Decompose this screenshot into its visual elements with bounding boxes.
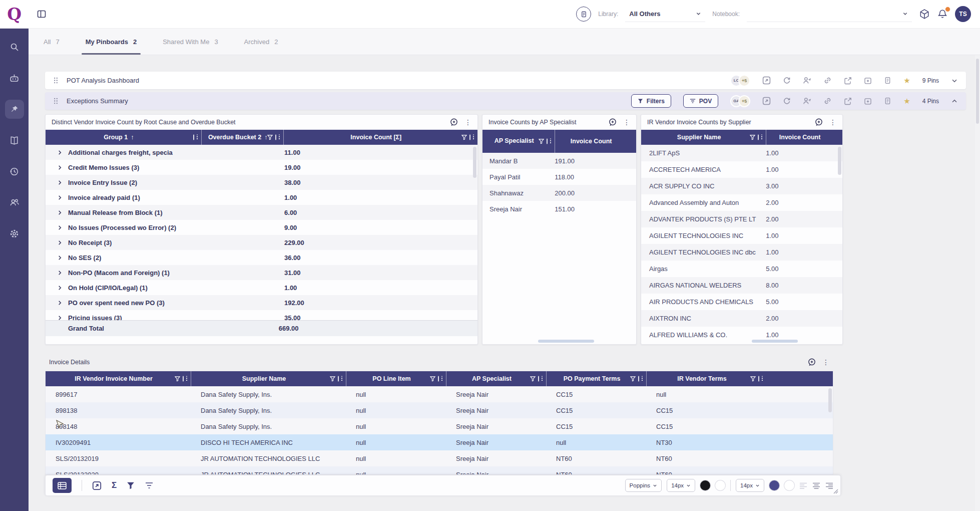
table-row[interactable]: ACR SUPPLY CO INC 3.00 bbox=[641, 178, 842, 194]
edit-export-icon[interactable] bbox=[844, 97, 852, 105]
tab-shared-with-me[interactable]: Shared With Me 3 bbox=[163, 29, 218, 55]
table-row[interactable]: ADVANTEK PRODUCTS (S) PTE LT 2.00 bbox=[641, 211, 842, 227]
table-view-button[interactable] bbox=[53, 478, 72, 493]
text-color-swatch[interactable] bbox=[700, 480, 710, 490]
table-row[interactable]: No Receipt (3) 229.00 bbox=[46, 235, 477, 250]
tab-all[interactable]: All 7 bbox=[44, 29, 60, 55]
align-center-icon[interactable] bbox=[812, 482, 820, 489]
expand-icon[interactable] bbox=[762, 76, 771, 85]
apps-cube-icon[interactable] bbox=[919, 9, 930, 20]
table-row[interactable]: AGILENT TECHNOLOGIES INC dbc 1.00 bbox=[641, 244, 842, 261]
comment-add-icon[interactable] bbox=[608, 118, 617, 127]
user-avatar[interactable]: TS bbox=[955, 6, 971, 22]
table-row[interactable]: Invoice Entry Issue (2) 38.00 bbox=[46, 175, 477, 190]
table-row[interactable]: 898148 Dana Safety Supply, Ins. null Sre… bbox=[46, 418, 833, 434]
font-family-select[interactable]: Poppins bbox=[625, 479, 662, 492]
pinboard-row-exceptions-summary[interactable]: Exceptions Summary Filters POV GA +5 bbox=[45, 92, 966, 110]
header-color-swatch[interactable] bbox=[769, 480, 779, 490]
library-doc-icon[interactable] bbox=[576, 7, 591, 22]
tab-my-pinboards[interactable]: My Pinboards 2 bbox=[86, 29, 137, 55]
table-row[interactable]: Mandar B 191.00 bbox=[482, 153, 636, 169]
table-row[interactable]: Shahnawaz 200.00 bbox=[482, 185, 636, 201]
table-row[interactable]: Credit Memo Issues (3) 19.00 bbox=[46, 160, 477, 175]
col-header-po-payment-terms[interactable]: PO Payment Terms bbox=[546, 371, 646, 386]
kebab-menu-icon[interactable]: ⋮ bbox=[623, 119, 630, 126]
chevron-up-icon[interactable] bbox=[951, 98, 958, 105]
link-icon[interactable] bbox=[823, 76, 832, 85]
table-row[interactable]: No SES (2) 36.00 bbox=[46, 250, 477, 265]
table-row[interactable]: AIXTRON INC 2.00 bbox=[641, 310, 842, 327]
align-left-icon[interactable] bbox=[799, 482, 807, 489]
vertical-scrollbar[interactable] bbox=[828, 388, 832, 412]
drag-handle-icon[interactable] bbox=[53, 97, 59, 105]
vertical-scrollbar[interactable] bbox=[473, 147, 476, 178]
table-row[interactable]: SLS/20132020 JR AUTOMATION TECHNOLOGIES … bbox=[46, 466, 833, 475]
sidebar-toggle-icon[interactable] bbox=[37, 9, 47, 19]
pov-button[interactable]: POV bbox=[683, 94, 718, 108]
favorite-star-icon[interactable]: ★ bbox=[903, 76, 910, 85]
table-row[interactable]: Sreeja Nair 151.00 bbox=[482, 201, 636, 217]
chevron-down-icon[interactable] bbox=[951, 77, 958, 84]
comment-add-icon[interactable] bbox=[449, 118, 458, 127]
col-header-invoice-count[interactable]: Invoice Count bbox=[555, 130, 636, 153]
col-header-po-line-item[interactable]: PO Line Item bbox=[346, 371, 446, 386]
table-row[interactable]: ALFRED WILLIAMS & CO. 1.00 bbox=[641, 327, 842, 343]
comment-add-icon[interactable] bbox=[807, 358, 816, 367]
horizontal-scrollbar[interactable] bbox=[752, 340, 798, 343]
font-size-select[interactable]: 14px bbox=[667, 479, 695, 492]
pinboard-row-pot-analysis[interactable]: POT Analysis Dashboard LO +5 bbox=[45, 72, 966, 89]
table-row[interactable]: Non-PO (Macom and Foreign) (1) 31.00 bbox=[46, 265, 477, 280]
link-icon[interactable] bbox=[823, 97, 832, 105]
sort-filter-lines-icon[interactable] bbox=[145, 482, 154, 489]
page-scrollbar[interactable] bbox=[975, 29, 980, 511]
expand-icon[interactable] bbox=[762, 97, 771, 105]
share-user-icon[interactable] bbox=[803, 97, 811, 105]
table-row[interactable]: Manual Release from Block (1) 6.00 bbox=[46, 205, 477, 220]
background-color-swatch[interactable] bbox=[715, 480, 725, 490]
favorite-star-icon[interactable]: ★ bbox=[903, 97, 910, 106]
kebab-menu-icon[interactable]: ⋮ bbox=[829, 119, 836, 126]
table-row[interactable]: On Hold (CIP/IO/Legal) (1) 1.00 bbox=[46, 280, 477, 295]
col-header-overdue-bucket[interactable]: Overdue Bucket 2 ↑ bbox=[201, 130, 283, 145]
col-header-invoice-count[interactable]: Invoice Count bbox=[766, 130, 842, 145]
collaborator-avatars[interactable]: GA +5 bbox=[730, 95, 750, 107]
table-row[interactable]: 2LIFT ApS 1.00 bbox=[641, 145, 842, 161]
col-header-ap-specialist[interactable]: AP Specialist bbox=[482, 130, 555, 153]
comment-add-icon[interactable] bbox=[814, 118, 823, 127]
table-row[interactable]: IV30209491 DISCO HI TECH AMERICA INC nul… bbox=[46, 434, 833, 450]
header-font-size-select[interactable]: 14px bbox=[736, 479, 764, 492]
col-header-supplier-name[interactable]: Supplier Name bbox=[641, 130, 766, 145]
library-select[interactable]: All Others bbox=[625, 6, 705, 22]
drag-handle-icon[interactable] bbox=[53, 77, 59, 84]
vertical-scrollbar[interactable] bbox=[838, 147, 841, 175]
history-clock-icon[interactable] bbox=[5, 162, 24, 181]
table-row[interactable]: 898138 Dana Safety Supply, Ins. null Sre… bbox=[46, 402, 833, 418]
table-row[interactable]: Additional charges freight, specia 11.00 bbox=[46, 145, 477, 160]
col-header-supplier-name[interactable]: Supplier Name bbox=[191, 371, 346, 386]
align-right-icon[interactable] bbox=[825, 482, 833, 489]
table-row[interactable]: AIR PRODUCTS AND CHEMICALS 5.00 bbox=[641, 294, 842, 310]
page-scrollbar-thumb[interactable] bbox=[976, 59, 979, 124]
table-row[interactable]: Advanced Assembly and Auton 2.00 bbox=[641, 194, 842, 211]
kebab-menu-icon[interactable]: ⋮ bbox=[464, 119, 471, 126]
refresh-icon[interactable] bbox=[783, 97, 791, 105]
tab-archived[interactable]: Archived 2 bbox=[244, 29, 278, 55]
document-icon[interactable] bbox=[884, 97, 891, 105]
notifications-bell-icon[interactable] bbox=[937, 9, 948, 20]
refresh-icon[interactable] bbox=[783, 77, 791, 85]
kebab-menu-icon[interactable]: ⋮ bbox=[822, 359, 829, 366]
col-header-ir-vendor-terms[interactable]: IR Vendor Terms bbox=[646, 371, 766, 386]
col-header-ap-specialist[interactable]: AP Specialist bbox=[446, 371, 546, 386]
assistant-bot-icon[interactable] bbox=[5, 69, 24, 88]
horizontal-scrollbar[interactable] bbox=[538, 340, 594, 343]
edit-export-icon[interactable] bbox=[844, 77, 852, 85]
table-row[interactable]: AIRGAS NATIONAL WELDERS 8.00 bbox=[641, 277, 842, 294]
library-book-icon[interactable] bbox=[5, 131, 24, 150]
table-row[interactable]: SLS/20132019 JR AUTOMATION TECHNOLOGIES … bbox=[46, 450, 833, 466]
search-icon[interactable] bbox=[5, 38, 24, 57]
schedule-calendar-icon[interactable] bbox=[864, 97, 872, 105]
users-icon[interactable] bbox=[5, 193, 24, 212]
table-row[interactable]: Invoice already paid (1) 1.00 bbox=[46, 190, 477, 205]
table-row[interactable]: No Issues (Processed wo Error) (2) 9.00 bbox=[46, 220, 477, 235]
table-row[interactable]: Pricing issues (3) 35.00 bbox=[46, 310, 477, 320]
